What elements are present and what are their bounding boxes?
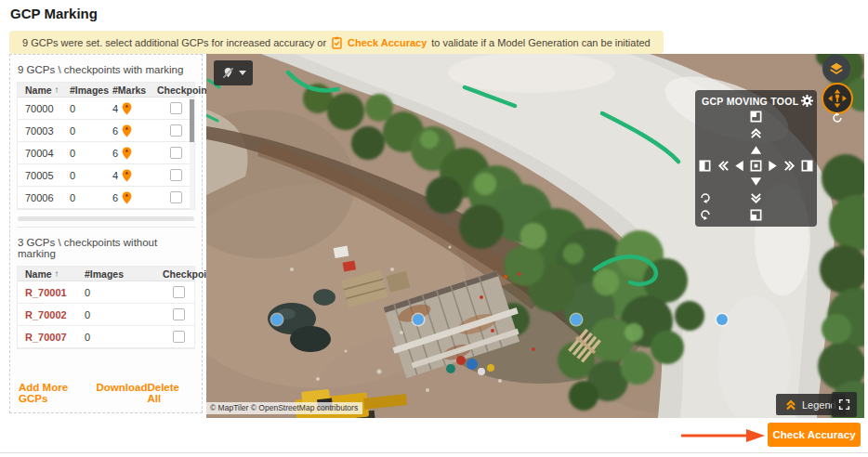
gcp-name: R_70002 [18, 309, 77, 320]
sort-asc-icon: ↑ [55, 268, 59, 279]
gcp-name: 70006 [18, 192, 62, 203]
column-header-images[interactable]: #Images [62, 85, 105, 96]
download-button[interactable]: Download [96, 382, 147, 404]
checkpoint-checkbox[interactable] [170, 124, 182, 137]
gcp-list-panel: 9 GCPs \ checkpoints with marking Name↑ … [9, 54, 203, 413]
marked-panel-title: 9 GCPs \ checkpoints with marking [18, 64, 194, 75]
gcp-name: R_70001 [18, 287, 77, 298]
gcp-name: 70000 [18, 103, 62, 114]
table-row[interactable]: R_70002 0 [18, 304, 194, 326]
table-row[interactable]: 70004 0 6 [18, 142, 194, 164]
unmarked-gcp-table: Name↑ #Images Checkpoint? R_70001 0 [17, 266, 195, 349]
info-banner: 9 GCPs were set. select additional GCPs … [9, 31, 664, 54]
column-header-marks[interactable]: #Marks [105, 85, 157, 96]
gcp-images-count: 0 [77, 332, 163, 343]
table-row[interactable]: 70000 0 4 [18, 98, 194, 120]
checkpoint-checkbox[interactable] [170, 169, 182, 181]
column-header-images[interactable]: #Images [77, 268, 163, 280]
panel-actions: Add More GCPs Download Delete All [19, 382, 193, 404]
checkpoint-checkbox[interactable] [170, 147, 182, 159]
gcp-images-count: 0 [77, 287, 163, 298]
gcp-marks-count: 6 [105, 190, 157, 205]
unmarked-panel-title: 3 GCPs \ checkpoints without marking [18, 237, 194, 259]
gcp-dot[interactable] [571, 314, 582, 325]
check-accuracy-icon [331, 36, 343, 49]
gcp-images-count: 0 [62, 103, 105, 114]
map-canvas[interactable]: GCP MOVING TOOL [206, 54, 864, 418]
banner-check-accuracy-link[interactable]: Check Accuracy [348, 37, 427, 48]
marker-pin-icon [121, 124, 133, 138]
gcp-images-count: 0 [62, 170, 105, 181]
page-title: GCP Marking [10, 6, 98, 21]
gcp-dots [206, 54, 864, 418]
check-accuracy-button[interactable]: Check Accuracy [768, 423, 861, 447]
gcp-images-count: 0 [62, 192, 105, 203]
table-row[interactable]: R_70007 0 [18, 326, 194, 348]
gcp-images-count: 0 [62, 125, 105, 137]
unmarked-table-header: Name↑ #Images Checkpoint? [18, 267, 194, 281]
table-row[interactable]: 70005 0 4 [18, 164, 194, 187]
marker-pin-icon [121, 146, 133, 161]
table-scrollbar[interactable] [190, 98, 194, 209]
gcp-marks-count: 4 [105, 168, 157, 183]
checkpoint-checkbox[interactable] [170, 191, 182, 203]
marker-pin-icon [121, 190, 133, 205]
gcp-marks-count: 6 [105, 124, 157, 138]
banner-text-after: to validate if a Model Generation can be… [431, 37, 650, 48]
sort-asc-icon: ↑ [55, 85, 59, 95]
fullscreen-button[interactable] [832, 392, 857, 417]
gcp-dot[interactable] [717, 314, 728, 325]
gcp-name: 70004 [18, 148, 62, 159]
delete-all-button[interactable]: Delete All [147, 382, 193, 404]
checkpoint-checkbox[interactable] [173, 331, 185, 343]
unmarked-section: 3 GCPs \ checkpoints without marking Nam… [17, 227, 195, 349]
column-header-name[interactable]: Name↑ [18, 85, 62, 96]
map-attribution: © MapTiler © OpenStreetMap contributors [206, 402, 362, 414]
table-row[interactable]: R_70001 0 [18, 281, 194, 304]
gcp-name: R_70007 [18, 332, 77, 343]
gcp-marking-page: GCP Marking 9 GCPs were set. select addi… [0, 0, 868, 457]
checkpoint-checkbox[interactable] [170, 102, 182, 114]
add-more-gcps-button[interactable]: Add More GCPs [19, 382, 96, 404]
banner-text-before: 9 GCPs were set. select additional GCPs … [22, 37, 326, 48]
chevron-up-double-icon [785, 399, 796, 411]
gcp-dot[interactable] [271, 314, 283, 325]
gcp-images-count: 0 [62, 148, 105, 159]
pointer-arrow-annotation [679, 428, 765, 443]
gcp-dot[interactable] [413, 314, 424, 325]
gcp-marks-count: 6 [105, 146, 157, 161]
gcp-marks-count: 4 [105, 101, 157, 116]
checkpoint-checkbox[interactable] [173, 308, 185, 320]
marked-table-header: Name↑ #Images #Marks Checkpoint? [18, 83, 194, 98]
column-header-name[interactable]: Name↑ [18, 268, 77, 280]
marker-pin-icon [121, 101, 133, 116]
horizontal-scrollbar[interactable] [18, 216, 194, 221]
gcp-name: 70005 [18, 170, 62, 181]
gcp-images-count: 0 [77, 309, 163, 320]
marked-gcp-table: Name↑ #Images #Marks Checkpoint? 70000 0… [17, 82, 195, 210]
table-row[interactable]: 70003 0 6 [18, 120, 194, 142]
marker-pin-icon [121, 168, 133, 183]
checkpoint-checkbox[interactable] [173, 286, 185, 298]
fullscreen-icon [838, 398, 850, 411]
table-row[interactable]: 70006 0 6 [18, 187, 194, 209]
gcp-name: 70003 [18, 125, 62, 137]
footer-divider [0, 452, 868, 453]
